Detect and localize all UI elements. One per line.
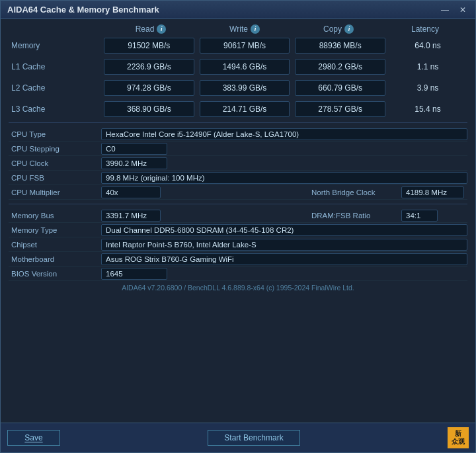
main-window: AIDA64 Cache & Memory Benchmark — ✕ Read… <box>0 0 476 453</box>
footer-text: AIDA64 v7.20.6800 / BenchDLL 4.6.889.8-x… <box>9 281 467 293</box>
l2-read: 974.28 GB/s <box>104 80 194 96</box>
memory-type-row: Memory Type Dual Channel DDR5-6800 SDRAM… <box>9 223 467 237</box>
chipset-label: Chipset <box>9 239 101 251</box>
minimize-button[interactable]: — <box>438 5 452 15</box>
bottom-bar: Save Start Benchmark 新 众观 <box>1 423 475 452</box>
write-header: Write i <box>198 24 292 34</box>
memory-copy: 88936 MB/s <box>295 38 385 54</box>
empty-header <box>11 24 104 34</box>
l1-cache-row: L1 Cache 2236.9 GB/s 1494.6 GB/s 2980.2 … <box>9 59 467 75</box>
chipset-value: Intel Raptor Point-S B760, Intel Alder L… <box>101 239 467 251</box>
memory-label: Memory <box>9 41 101 50</box>
copy-info-icon[interactable]: i <box>344 24 354 34</box>
cpu-multiplier-row: CPU Multiplier 40x North Bridge Clock 41… <box>9 185 467 200</box>
dram-fsb-value: 34:1 <box>401 210 438 222</box>
cpu-clock-row: CPU Clock 3990.2 MHz <box>9 156 467 171</box>
cpu-type-row: CPU Type HexaCore Intel Core i5-12490F (… <box>9 127 467 142</box>
window-controls: — ✕ <box>438 5 469 15</box>
cpu-type-label: CPU Type <box>9 128 101 140</box>
title-bar: AIDA64 Cache & Memory Benchmark — ✕ <box>1 1 475 19</box>
l3-label: L3 Cache <box>9 104 101 114</box>
l2-cache-row: L2 Cache 974.28 GB/s 383.99 GB/s 660.79 … <box>9 80 467 96</box>
north-bridge-label: North Bridge Clock <box>309 186 401 198</box>
latency-header: Latency <box>385 24 465 34</box>
watermark: 新 众观 <box>448 427 469 448</box>
l1-label: L1 Cache <box>9 62 101 71</box>
l3-write: 214.71 GB/s <box>200 101 290 117</box>
l1-read: 2236.9 GB/s <box>104 59 194 75</box>
dram-fsb-label: DRAM:FSB Ratio <box>309 210 401 222</box>
cpu-fsb-row: CPU FSB 99.8 MHz (original: 100 MHz) <box>9 171 467 185</box>
north-bridge-value: 4189.8 MHz <box>401 186 464 198</box>
save-button[interactable]: Save <box>7 430 60 446</box>
l3-copy: 278.57 GB/s <box>295 101 385 117</box>
memory-bus-row: Memory Bus 3391.7 MHz DRAM:FSB Ratio 34:… <box>9 208 467 223</box>
main-content: Read i Write i Copy i Latency Memory 915… <box>1 19 475 423</box>
close-button[interactable]: ✕ <box>457 5 469 15</box>
motherboard-value: Asus ROG Strix B760-G Gaming WiFi <box>101 253 467 265</box>
l2-write: 383.99 GB/s <box>200 80 290 96</box>
l1-write: 1494.6 GB/s <box>200 59 290 75</box>
memory-row: Memory 91502 MB/s 90617 MB/s 88936 MB/s … <box>9 38 467 54</box>
window-title: AIDA64 Cache & Memory Benchmark <box>7 5 159 15</box>
cpu-type-value: HexaCore Intel Core i5-12490F (Alder Lak… <box>101 128 467 140</box>
l3-read: 368.90 GB/s <box>104 101 194 117</box>
l3-cache-row: L3 Cache 368.90 GB/s 214.71 GB/s 278.57 … <box>9 101 467 117</box>
l1-latency: 1.1 ns <box>388 60 467 74</box>
motherboard-row: Motherboard Asus ROG Strix B760-G Gaming… <box>9 252 467 267</box>
l1-copy: 2980.2 GB/s <box>295 59 385 75</box>
divider-1 <box>9 122 467 123</box>
l2-label: L2 Cache <box>9 83 101 93</box>
chipset-row: Chipset Intel Raptor Point-S B760, Intel… <box>9 237 467 252</box>
l2-latency: 3.9 ns <box>388 81 467 95</box>
cpu-stepping-value: C0 <box>101 143 167 155</box>
motherboard-label: Motherboard <box>9 253 101 265</box>
cpu-stepping-label: CPU Stepping <box>9 143 101 155</box>
cpu-clock-label: CPU Clock <box>9 157 101 169</box>
read-header: Read i <box>104 24 198 34</box>
column-headers: Read i Write i Copy i Latency <box>9 24 467 34</box>
cpu-multiplier-value: 40x <box>101 186 161 198</box>
divider-2 <box>9 204 467 204</box>
read-info-icon[interactable]: i <box>157 24 166 34</box>
memory-read: 91502 MB/s <box>104 38 194 54</box>
start-benchmark-button[interactable]: Start Benchmark <box>208 430 300 446</box>
cpu-fsb-label: CPU FSB <box>9 172 101 184</box>
memory-latency: 64.0 ns <box>388 38 467 53</box>
bios-label: BIOS Version <box>9 268 101 280</box>
memory-bus-label: Memory Bus <box>9 210 101 222</box>
bios-value: 1645 <box>101 268 167 280</box>
cpu-clock-value: 3990.2 MHz <box>101 157 167 169</box>
write-info-icon[interactable]: i <box>251 24 260 34</box>
bios-row: BIOS Version 1645 <box>9 267 467 281</box>
cpu-stepping-row: CPU Stepping C0 <box>9 142 467 156</box>
memory-type-value: Dual Channel DDR5-6800 SDRAM (34-45-45-1… <box>101 224 467 236</box>
cpu-multiplier-label: CPU Multiplier <box>9 186 101 198</box>
info-section: CPU Type HexaCore Intel Core i5-12490F (… <box>9 127 467 281</box>
cpu-fsb-value: 99.8 MHz (original: 100 MHz) <box>101 172 467 184</box>
l2-copy: 660.79 GB/s <box>295 80 385 96</box>
memory-type-label: Memory Type <box>9 224 101 236</box>
l3-latency: 15.4 ns <box>388 102 467 116</box>
memory-write: 90617 MB/s <box>200 38 290 54</box>
copy-header: Copy i <box>292 24 385 34</box>
memory-bus-value: 3391.7 MHz <box>101 210 161 222</box>
